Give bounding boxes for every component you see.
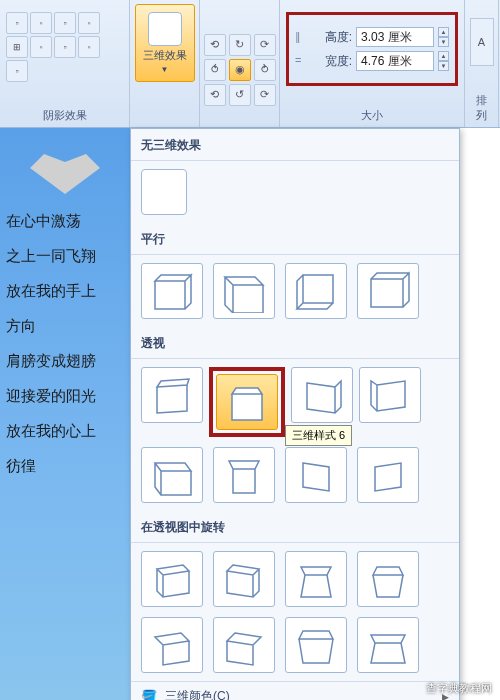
tilt-button[interactable]: ⟲: [204, 84, 226, 106]
perspective-thumb[interactable]: [141, 367, 203, 423]
heart-shape[interactable]: [30, 154, 100, 194]
perspective-thumb[interactable]: [141, 447, 203, 503]
perspective-thumb-selected[interactable]: 三维样式 6: [216, 374, 278, 430]
rotate-thumb[interactable]: [357, 551, 419, 607]
lyric-line: 肩膀变成翅膀: [6, 352, 124, 371]
text-button[interactable]: A: [470, 18, 494, 66]
size-highlight-box: ‖ 高度: ▲▼ = 宽度: ▲▼: [286, 12, 458, 86]
tilt-button[interactable]: ⟳: [254, 84, 276, 106]
lyric-line: 彷徨: [6, 457, 124, 476]
section-perspective: 透视: [131, 327, 459, 359]
section-rotate-persp: 在透视图中旋转: [131, 511, 459, 543]
width-spinner[interactable]: ▲▼: [438, 51, 449, 71]
chevron-down-icon: ▼: [161, 65, 169, 74]
text-group: A 排列: [465, 0, 499, 127]
rotate-grid-2: [141, 617, 449, 673]
height-label: 高度:: [312, 29, 352, 46]
group-label: 排列: [471, 89, 492, 123]
rotate-group: ⟲ ↻ ⟳ ⥀ ◉ ⥁ ⟲ ↺ ⟳: [200, 0, 280, 127]
three-d-effects-button[interactable]: 三维效果 ▼: [135, 4, 195, 82]
parallel-thumb[interactable]: [357, 263, 419, 319]
document-canvas: 在心中激荡 之上一同飞翔 放在我的手上 方向 肩膀变成翅膀 迎接爱的阳光 放在我…: [0, 128, 130, 700]
shadow-buttons: ▫ ◦ ▫ ◦ ⊞ ◦ ▫ ◦ ▫: [6, 4, 106, 82]
perspective-row-1: 三维样式 6: [141, 367, 449, 437]
tilt-right-button[interactable]: ⥁: [254, 59, 276, 81]
perspective-row-2: [141, 447, 449, 503]
perspective-highlight-box: 三维样式 6: [209, 367, 285, 437]
perspective-thumb[interactable]: [357, 447, 419, 503]
no-3d-thumb[interactable]: [141, 169, 187, 215]
lyric-line: 在心中激荡: [6, 212, 124, 231]
three-d-group: 三维效果 ▼: [130, 0, 200, 127]
lyric-line: 放在我的心上: [6, 422, 124, 441]
cube-icon: [148, 12, 182, 46]
perspective-thumb[interactable]: [285, 447, 347, 503]
rotate-thumb[interactable]: [357, 617, 419, 673]
width-label: 宽度:: [312, 53, 352, 70]
three-d-dropdown: 无三维效果 平行 透视 三维样式 6: [130, 128, 460, 700]
section-no-3d: 无三维效果: [131, 129, 459, 161]
tilt-left-button[interactable]: ⥀: [204, 59, 226, 81]
rotate-thumb[interactable]: [213, 551, 275, 607]
rotate-thumb[interactable]: [213, 617, 275, 673]
lyric-line: 放在我的手上: [6, 282, 124, 301]
width-icon: =: [295, 54, 308, 68]
menu-label: 三维颜色(C): [165, 688, 230, 700]
rotate-thumb[interactable]: [141, 617, 203, 673]
parallel-thumb[interactable]: [285, 263, 347, 319]
parallel-grid: [141, 263, 449, 319]
height-input[interactable]: [356, 27, 434, 47]
lyric-line: 迎接爱的阳光: [6, 387, 124, 406]
tilt-up-button[interactable]: ⟲: [204, 34, 226, 56]
perspective-thumb[interactable]: [213, 447, 275, 503]
tilt-button[interactable]: ↻: [229, 34, 251, 56]
rotate-thumb[interactable]: [141, 551, 203, 607]
dropdown-footer: 🪣 三维颜色(C) ▶ ⬍ 深度(D) ▶: [131, 681, 459, 700]
height-icon: ‖: [295, 30, 308, 44]
watermark: 查字典教程网: [426, 681, 492, 696]
shadow-btn[interactable]: ⊞: [6, 36, 28, 58]
tilt-button[interactable]: ⟳: [254, 34, 276, 56]
shadow-btn[interactable]: ▫: [54, 36, 76, 58]
shadow-effects-group: ▫ ◦ ▫ ◦ ⊞ ◦ ▫ ◦ ▫ 阴影效果: [0, 0, 130, 127]
color-bucket-icon: 🪣: [141, 689, 157, 701]
section-parallel: 平行: [131, 223, 459, 255]
group-label: 大小: [286, 104, 458, 123]
lyric-line: 之上一同飞翔: [6, 247, 124, 266]
shadow-btn[interactable]: ◦: [30, 12, 52, 34]
tilt-center-button[interactable]: ◉: [229, 59, 251, 81]
shadow-btn[interactable]: ▫: [6, 12, 28, 34]
parallel-thumb[interactable]: [141, 263, 203, 319]
rotate-thumb[interactable]: [285, 551, 347, 607]
parallel-thumb[interactable]: [213, 263, 275, 319]
thumb-tooltip: 三维样式 6: [285, 425, 352, 446]
lyric-line: 方向: [6, 317, 124, 336]
rotate-grid-1: [141, 551, 449, 607]
size-group: ‖ 高度: ▲▼ = 宽度: ▲▼ 大小: [280, 0, 465, 127]
perspective-thumb[interactable]: [291, 367, 353, 423]
perspective-thumb[interactable]: [359, 367, 421, 423]
shadow-btn[interactable]: ◦: [78, 12, 100, 34]
shadow-btn[interactable]: ▫: [6, 60, 28, 82]
three-d-color-menu[interactable]: 🪣 三维颜色(C) ▶: [131, 682, 459, 700]
three-d-label: 三维效果: [143, 48, 187, 63]
group-label: 阴影效果: [6, 104, 123, 123]
tilt-down-button[interactable]: ↺: [229, 84, 251, 106]
height-spinner[interactable]: ▲▼: [438, 27, 449, 47]
shadow-btn[interactable]: ▫: [54, 12, 76, 34]
width-input[interactable]: [356, 51, 434, 71]
shadow-btn[interactable]: ◦: [78, 36, 100, 58]
shadow-btn[interactable]: ◦: [30, 36, 52, 58]
rotate-thumb[interactable]: [285, 617, 347, 673]
